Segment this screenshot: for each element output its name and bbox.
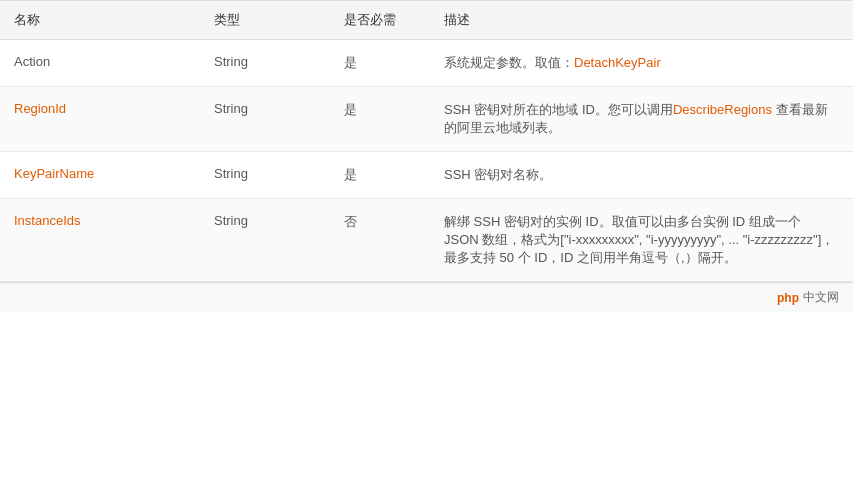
- footer-site: 中文网: [803, 289, 839, 306]
- cell-name: InstanceIds: [0, 199, 200, 282]
- cell-name: Action: [0, 40, 200, 87]
- cell-type: String: [200, 87, 330, 152]
- cell-required: 是: [330, 40, 430, 87]
- desc-link[interactable]: DetachKeyPair: [574, 55, 661, 70]
- cell-type: String: [200, 40, 330, 87]
- table-row: RegionIdString是SSH 密钥对所在的地域 ID。您可以调用Desc…: [0, 87, 853, 152]
- desc-text: SSH 密钥对所在的地域 ID。您可以调用: [444, 102, 673, 117]
- desc-text: 系统规定参数。取值：: [444, 55, 574, 70]
- param-name-link[interactable]: RegionId: [14, 101, 66, 116]
- table-row: KeyPairNameString是SSH 密钥对名称。: [0, 152, 853, 199]
- param-name-link[interactable]: InstanceIds: [14, 213, 81, 228]
- desc-text: 解绑 SSH 密钥对的实例 ID。取值可以由多台实例 ID 组成一个 JSON …: [444, 214, 834, 265]
- header-name: 名称: [0, 1, 200, 40]
- api-params-table: 名称 类型 是否必需 描述 ActionString是系统规定参数。取值：Det…: [0, 0, 853, 282]
- footer-logo: php: [777, 291, 799, 305]
- header-desc: 描述: [430, 1, 853, 40]
- desc-link[interactable]: DescribeRegions: [673, 102, 772, 117]
- cell-desc: 解绑 SSH 密钥对的实例 ID。取值可以由多台实例 ID 组成一个 JSON …: [430, 199, 853, 282]
- cell-desc: 系统规定参数。取值：DetachKeyPair: [430, 40, 853, 87]
- param-name-link[interactable]: KeyPairName: [14, 166, 94, 181]
- header-required: 是否必需: [330, 1, 430, 40]
- cell-type: String: [200, 199, 330, 282]
- desc-text: SSH 密钥对名称。: [444, 167, 552, 182]
- cell-desc: SSH 密钥对所在的地域 ID。您可以调用DescribeRegions 查看最…: [430, 87, 853, 152]
- main-container: 名称 类型 是否必需 描述 ActionString是系统规定参数。取值：Det…: [0, 0, 853, 502]
- cell-type: String: [200, 152, 330, 199]
- param-name: Action: [14, 54, 50, 69]
- cell-required: 是: [330, 87, 430, 152]
- cell-name: KeyPairName: [0, 152, 200, 199]
- cell-required: 是: [330, 152, 430, 199]
- cell-required: 否: [330, 199, 430, 282]
- table-row: InstanceIdsString否解绑 SSH 密钥对的实例 ID。取值可以由…: [0, 199, 853, 282]
- footer-bar: php 中文网: [0, 282, 853, 312]
- cell-name: RegionId: [0, 87, 200, 152]
- table-row: ActionString是系统规定参数。取值：DetachKeyPair: [0, 40, 853, 87]
- cell-desc: SSH 密钥对名称。: [430, 152, 853, 199]
- header-type: 类型: [200, 1, 330, 40]
